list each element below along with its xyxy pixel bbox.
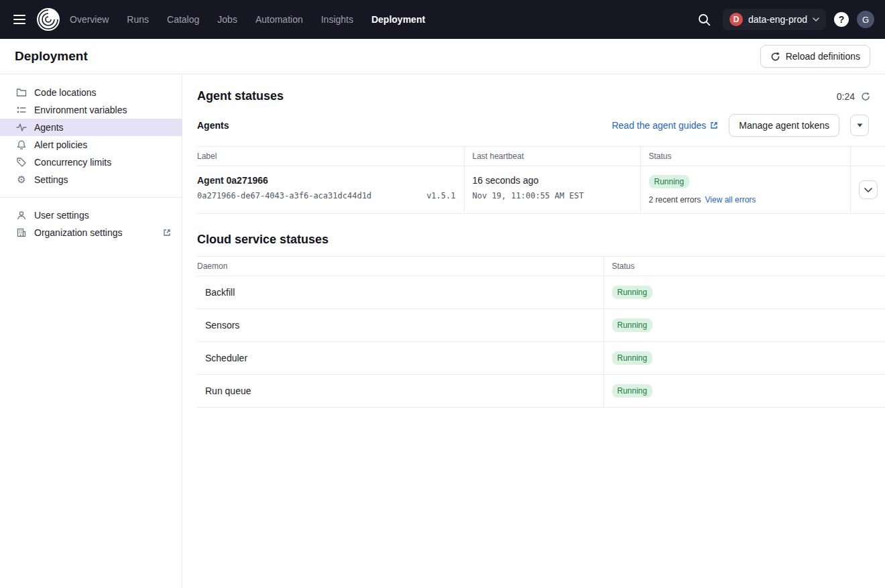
nav-jobs[interactable]: Jobs — [217, 14, 237, 25]
agent-version: v1.5.1 — [426, 191, 455, 200]
view-all-errors-link[interactable]: View all errors — [705, 195, 756, 204]
dagster-logo-icon — [36, 7, 60, 32]
avatar-initial: G — [862, 15, 869, 25]
sidebar-item-organization-settings[interactable]: Organization settings — [0, 224, 182, 241]
sidebar-item-label: Alert policies — [34, 139, 87, 150]
folder-icon — [16, 87, 27, 98]
external-link-icon — [163, 229, 171, 237]
external-link-icon — [710, 121, 718, 129]
refresh-icon[interactable] — [861, 92, 870, 101]
status-badge: Running — [612, 351, 653, 365]
agent-guides-link[interactable]: Read the agent guides — [611, 120, 718, 131]
column-header-status: Status — [640, 147, 850, 166]
agents-subheading: Agents — [197, 120, 229, 131]
daemon-name: Scheduler — [197, 342, 603, 375]
cloud-service-statuses-heading: Cloud service statuses — [197, 233, 885, 247]
cloud-services-table: Daemon Status Backfill Running Sensors R… — [197, 256, 885, 408]
search-button[interactable] — [694, 9, 715, 30]
agent-row-expand-button[interactable] — [859, 180, 878, 199]
sidebar-item-label: Code locations — [34, 87, 97, 98]
top-navigation-bar: Overview Runs Catalog Jobs Automation In… — [0, 0, 885, 39]
nav-catalog[interactable]: Catalog — [167, 14, 199, 25]
app-window: Overview Runs Catalog Jobs Automation In… — [0, 0, 885, 588]
status-badge: Running — [612, 318, 653, 332]
column-header-actions — [850, 147, 885, 166]
chevron-down-icon — [813, 17, 819, 21]
help-icon: ? — [839, 14, 845, 25]
column-header-last-heartbeat: Last heartbeat — [464, 147, 640, 166]
column-header-daemon: Daemon — [197, 257, 603, 276]
service-row-scheduler: Scheduler Running — [197, 342, 885, 375]
reload-icon — [770, 52, 780, 62]
user-avatar[interactable]: G — [857, 11, 874, 28]
manage-agent-tokens-button[interactable]: Manage agent tokens — [729, 114, 839, 137]
agent-label: Agent 0a271966 — [197, 175, 456, 186]
sidebar-item-label: Environment variables — [34, 105, 127, 115]
nav-deployment[interactable]: Deployment — [371, 14, 425, 25]
deployment-name: data-eng-prod — [748, 14, 807, 25]
sidebar-item-label: Organization settings — [34, 227, 123, 238]
agent-statuses-heading: Agent statuses — [197, 89, 284, 103]
help-button[interactable]: ? — [834, 12, 849, 27]
env-vars-icon — [16, 105, 27, 115]
nav-insights[interactable]: Insights — [321, 14, 353, 25]
building-icon — [16, 227, 27, 238]
reload-definitions-label: Reload definitions — [786, 51, 860, 62]
sidebar-item-concurrency-limits[interactable]: Concurrency limits — [0, 154, 182, 171]
service-row-backfill: Backfill Running — [197, 276, 885, 309]
main-content: Agent statuses 0:24 Agents Read the agen… — [182, 74, 885, 588]
nav-overview[interactable]: Overview — [70, 14, 109, 25]
agent-id: 0a271966-de67-4043-a3f6-aca31dc44d1d — [197, 191, 371, 200]
dagster-logo[interactable] — [36, 7, 60, 32]
recent-errors-count: 2 recent errors — [649, 195, 701, 204]
gear-icon: ⚙ — [16, 175, 27, 185]
agent-guides-link-label: Read the agent guides — [611, 120, 706, 131]
sidebar-item-settings[interactable]: ⚙ Settings — [0, 171, 182, 188]
status-badge: Running — [612, 286, 653, 299]
auto-refresh-indicator: 0:24 — [837, 91, 870, 102]
page-header: Deployment Reload definitions — [0, 39, 885, 74]
nav-automation[interactable]: Automation — [255, 14, 303, 25]
status-badge: Running — [612, 384, 653, 398]
column-header-label: Label — [197, 147, 464, 166]
sidebar-item-code-locations[interactable]: Code locations — [0, 84, 182, 101]
deployment-sidebar: Code locations Environment variables Age… — [0, 74, 182, 588]
user-icon — [16, 210, 27, 221]
daemon-name: Backfill — [197, 276, 603, 309]
agents-more-actions-button[interactable] — [850, 115, 869, 136]
sidebar-item-alert-policies[interactable]: Alert policies — [0, 136, 182, 154]
sidebar-item-label: Concurrency limits — [34, 157, 111, 168]
bell-icon — [16, 139, 27, 150]
hamburger-icon — [13, 15, 25, 24]
service-row-sensors: Sensors Running — [197, 309, 885, 342]
daemon-name: Sensors — [197, 309, 603, 342]
heartbeat-timestamp: Nov 19, 11:00:55 AM EST — [473, 191, 632, 200]
daemon-name: Run queue — [197, 375, 603, 408]
sidebar-item-label: User settings — [34, 210, 89, 221]
sidebar-item-label: Settings — [34, 174, 68, 185]
column-header-status: Status — [603, 257, 885, 276]
services-table-header-row: Daemon Status — [197, 257, 885, 276]
reload-definitions-button[interactable]: Reload definitions — [760, 45, 870, 68]
refresh-countdown: 0:24 — [837, 91, 855, 102]
heartbeat-relative: 16 seconds ago — [473, 175, 632, 186]
menu-button[interactable] — [9, 11, 30, 28]
agent-icon — [16, 122, 27, 133]
status-badge: Running — [649, 175, 690, 188]
sidebar-item-agents[interactable]: Agents — [0, 119, 182, 136]
deployment-switcher[interactable]: D data-eng-prod — [723, 9, 826, 30]
primary-nav: Overview Runs Catalog Jobs Automation In… — [70, 14, 425, 25]
search-icon — [698, 13, 711, 26]
nav-runs[interactable]: Runs — [127, 14, 149, 25]
sidebar-item-label: Agents — [34, 122, 64, 133]
agents-table: Label Last heartbeat Status Agent 0a2719… — [197, 146, 885, 214]
tag-icon — [16, 157, 27, 168]
chevron-down-icon — [864, 188, 872, 192]
manage-agent-tokens-label: Manage agent tokens — [739, 120, 829, 131]
caret-down-icon — [857, 123, 863, 127]
sidebar-item-environment-variables[interactable]: Environment variables — [0, 101, 182, 119]
page-title: Deployment — [15, 49, 88, 64]
topbar-right-cluster: D data-eng-prod ? G — [694, 9, 874, 30]
sidebar-item-user-settings[interactable]: User settings — [0, 207, 182, 224]
agent-row: Agent 0a271966 0a271966-de67-4043-a3f6-a… — [197, 166, 885, 214]
